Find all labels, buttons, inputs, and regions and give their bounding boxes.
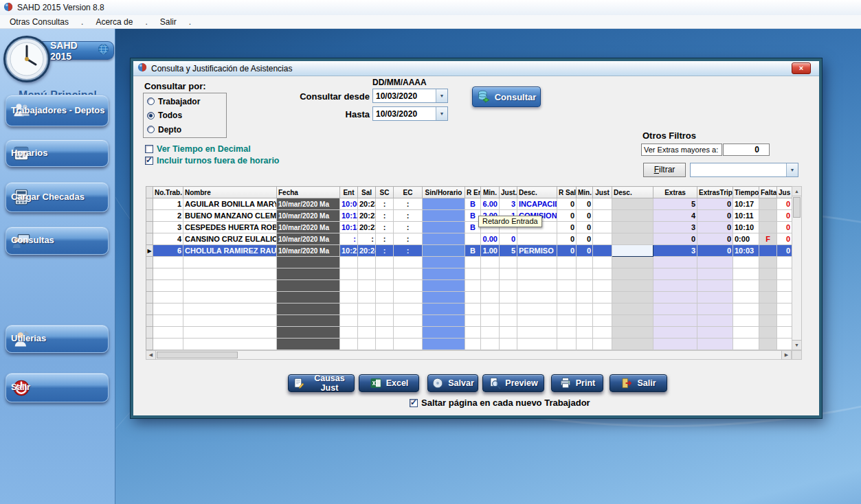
column-header-desc[interactable]: Desc. [612, 187, 653, 198]
column-header-sal[interactable]: Sal [358, 187, 376, 198]
grid-cell[interactable]: 0 [557, 233, 577, 245]
desde-combo[interactable]: 10/03/2020 ▼ [372, 89, 448, 103]
grid-cell[interactable] [759, 210, 777, 222]
grid-cell[interactable] [593, 233, 612, 245]
grid-cell[interactable] [500, 257, 517, 268]
grid-cell[interactable] [465, 280, 481, 292]
grid-cell[interactable] [500, 292, 517, 303]
grid-cell[interactable] [517, 233, 557, 245]
grid-cell[interactable] [394, 268, 423, 280]
grid-cell[interactable] [612, 268, 653, 280]
grid-cell[interactable]: : [394, 222, 423, 233]
grid-cell[interactable] [423, 245, 465, 257]
grid-cell[interactable] [500, 303, 517, 315]
grid-cell[interactable] [423, 198, 465, 210]
grid-cell[interactable]: 0 [577, 222, 593, 233]
sidebar-item-cargar-checadas[interactable]: Cargar Checadas [5, 182, 109, 212]
checkbox-icon[interactable] [145, 145, 153, 153]
column-header-ec[interactable]: EC [394, 187, 423, 198]
grid-cell[interactable]: 20:23 [358, 210, 376, 222]
grid-cell[interactable] [612, 257, 653, 268]
grid-cell[interactable]: 0 [697, 233, 733, 245]
grid-cell[interactable] [653, 280, 697, 292]
column-header-jus[interactable]: Jus [777, 187, 792, 198]
column-header-ent[interactable]: Ent [340, 187, 358, 198]
grid-cell[interactable]: 10/mar/2020 Ma [277, 210, 340, 222]
grid-cell[interactable] [183, 339, 277, 350]
grid-cell[interactable] [593, 280, 612, 292]
grid-cell[interactable] [423, 280, 465, 292]
column-header-min[interactable]: Min. [577, 187, 593, 198]
grid-cell[interactable]: 4 [653, 210, 697, 222]
column-header-sin-horario[interactable]: Sin/Horario [423, 187, 465, 198]
grid-cell[interactable] [358, 268, 376, 280]
grid-cell[interactable] [183, 292, 277, 303]
column-header-extras[interactable]: Extras [653, 187, 697, 198]
grid-cell[interactable] [759, 257, 777, 268]
grid-cell[interactable]: 0 [577, 210, 593, 222]
chevron-down-icon[interactable]: ▼ [436, 107, 447, 120]
grid-cell[interactable] [465, 327, 481, 339]
grid-cell[interactable] [557, 268, 577, 280]
grid-cell[interactable]: : [376, 210, 394, 222]
grid-cell[interactable] [358, 339, 376, 350]
grid-cell[interactable] [593, 210, 612, 222]
horizontal-scrollbar[interactable]: ◀ ▶ [146, 350, 792, 360]
grid-cell[interactable] [376, 268, 394, 280]
grid-cell[interactable] [500, 268, 517, 280]
grid-cell[interactable] [612, 315, 653, 327]
grid-cell[interactable] [481, 257, 500, 268]
grid-cell[interactable] [153, 303, 183, 315]
grid-cell[interactable]: INCAPACID [517, 198, 557, 210]
preview-button[interactable]: Preview [482, 374, 544, 392]
consultar-button[interactable]: Consultar [472, 87, 541, 107]
column-header-tiempo[interactable]: Tiempo [733, 187, 759, 198]
grid-cell[interactable] [277, 303, 340, 315]
grid-cell[interactable] [593, 257, 612, 268]
grid-cell[interactable]: 2 [153, 210, 183, 222]
grid-cell[interactable] [423, 339, 465, 350]
grid-cell[interactable]: B [465, 198, 481, 210]
grid-cell[interactable]: 10:06 [340, 198, 358, 210]
grid-cell[interactable] [500, 327, 517, 339]
grid-cell[interactable] [340, 327, 358, 339]
grid-cell[interactable]: 10:10 [733, 222, 759, 233]
grid-cell[interactable] [612, 280, 653, 292]
grid-cell[interactable] [340, 268, 358, 280]
excel-button[interactable]: Excel [359, 374, 419, 392]
grid-row[interactable]: 3CESPEDES HUERTA ROBE10/mar/2020 Ma10:13… [146, 222, 792, 233]
grid-cell[interactable] [653, 292, 697, 303]
sidebar-item-utilerias[interactable]: Utilerias [5, 325, 109, 353]
grid-cell[interactable] [577, 292, 593, 303]
column-header-r-sal[interactable]: R Sal [557, 187, 577, 198]
grid-cell[interactable]: 10:12 [340, 210, 358, 222]
grid-cell[interactable] [557, 315, 577, 327]
print-button[interactable]: Print [551, 374, 603, 392]
radio-icon[interactable] [147, 98, 155, 105]
grid-cell[interactable] [394, 315, 423, 327]
grid-cell[interactable]: 20:23 [358, 222, 376, 233]
grid-cell[interactable] [376, 292, 394, 303]
grid-cell[interactable]: 1 [153, 198, 183, 210]
grid-cell[interactable] [358, 315, 376, 327]
grid-cell[interactable]: B [465, 245, 481, 257]
grid-cell[interactable] [612, 303, 653, 315]
grid-cell[interactable]: : [376, 222, 394, 233]
grid-row-empty[interactable] [146, 303, 792, 315]
grid-cell[interactable] [423, 292, 465, 303]
menu-item-salir[interactable]: Salir [155, 16, 182, 27]
grid-cell[interactable] [777, 268, 792, 280]
grid-cell[interactable] [593, 339, 612, 350]
grid-cell[interactable] [697, 268, 733, 280]
grid-cell[interactable] [557, 292, 577, 303]
grid-row[interactable]: ▶6CHOLULA RAMIREZ RAU10/mar/2020 Ma10:21… [146, 245, 792, 257]
grid-cell[interactable] [759, 198, 777, 210]
grid-cell[interactable] [653, 257, 697, 268]
grid-row-empty[interactable] [146, 280, 792, 292]
grid-cell[interactable] [423, 233, 465, 245]
grid-cell[interactable] [759, 327, 777, 339]
grid-cell[interactable] [557, 327, 577, 339]
grid-cell[interactable] [577, 327, 593, 339]
grid-cell[interactable] [500, 315, 517, 327]
grid-cell[interactable] [777, 339, 792, 350]
